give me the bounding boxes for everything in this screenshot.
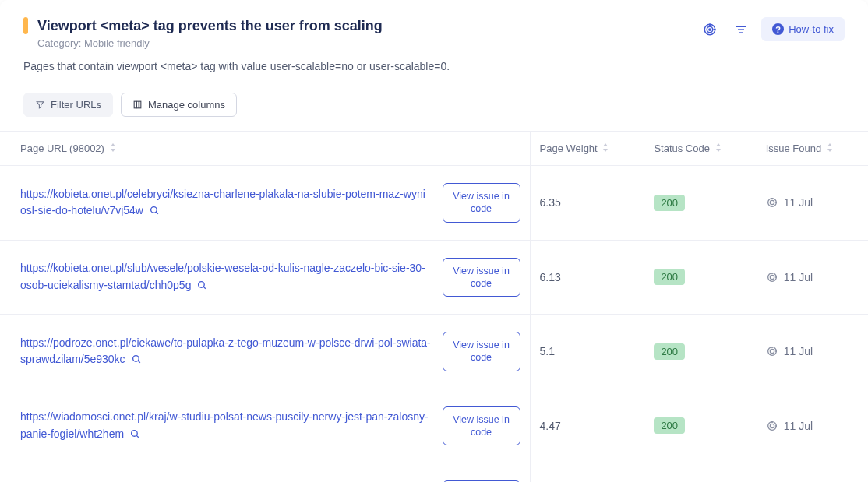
svg-point-18 xyxy=(132,430,138,436)
results-table: Page URL (98002) Page Weight Status Code xyxy=(0,131,868,482)
svg-point-10 xyxy=(767,199,776,207)
table-row: https://wiadomosci.onet.pl/swiat/miedwie… xyxy=(0,463,868,483)
page-url-link[interactable]: https://podroze.onet.pl/ciekawe/to-pulap… xyxy=(20,335,432,368)
svg-point-14 xyxy=(770,275,774,279)
sort-button[interactable] xyxy=(730,19,752,40)
issue-found-cell: 11 Jul xyxy=(757,166,868,241)
page-weight-cell: 6.13 xyxy=(530,240,644,315)
svg-point-16 xyxy=(767,347,776,356)
status-code-cell: 200 xyxy=(644,463,756,483)
table-row: https://kobieta.onet.pl/celebryci/ksiezn… xyxy=(0,166,868,241)
svg-rect-6 xyxy=(134,101,136,108)
svg-rect-8 xyxy=(139,101,141,108)
magnify-icon[interactable] xyxy=(130,429,140,439)
filter-urls-button[interactable]: Filter URLs xyxy=(23,93,113,117)
table-row: https://kobieta.onet.pl/slub/wesele/pols… xyxy=(0,240,868,315)
crawl-icon xyxy=(766,271,778,283)
toolbar: Filter URLs Manage columns xyxy=(0,83,868,131)
table-row: https://podroze.onet.pl/ciekawe/to-pulap… xyxy=(0,315,868,389)
view-issue-button[interactable]: View issue in code xyxy=(443,183,520,223)
page-weight-cell: 6.35 xyxy=(530,166,644,241)
panel-header: Viewport <meta> tag prevents the user fr… xyxy=(0,0,868,83)
crawl-icon xyxy=(766,196,778,209)
svg-point-13 xyxy=(767,273,776,281)
issue-found-cell: 11 Jul xyxy=(757,315,868,389)
page-weight-cell: 4.47 xyxy=(530,389,644,463)
issue-found-cell: 11 Jul xyxy=(757,463,868,483)
svg-rect-4 xyxy=(738,29,744,30)
status-badge: 200 xyxy=(654,269,685,285)
col-header-weight[interactable]: Page Weight xyxy=(530,132,644,166)
svg-point-15 xyxy=(132,356,139,362)
svg-point-20 xyxy=(770,424,774,427)
svg-rect-7 xyxy=(136,101,139,108)
issue-found-cell: 11 Jul xyxy=(757,240,868,315)
issue-description: Pages that contain viewport <meta> tag w… xyxy=(23,60,845,72)
status-code-cell: 200 xyxy=(644,240,756,315)
svg-point-12 xyxy=(199,281,205,287)
manage-label: Manage columns xyxy=(148,99,225,111)
filter-icon xyxy=(35,100,45,110)
page-title: Viewport <meta> tag prevents the user fr… xyxy=(37,18,383,34)
status-badge: 200 xyxy=(654,195,685,211)
filter-label: Filter URLs xyxy=(51,99,101,111)
magnify-icon[interactable] xyxy=(150,206,160,216)
svg-rect-5 xyxy=(739,32,743,33)
table-header-row: Page URL (98002) Page Weight Status Code xyxy=(0,132,868,166)
howto-fix-button[interactable]: ? How-to fix xyxy=(761,17,845,41)
page-url-link[interactable]: https://kobieta.onet.pl/celebryci/ksiezn… xyxy=(20,186,432,220)
status-code-cell: 200 xyxy=(644,389,756,463)
status-code-cell: 200 xyxy=(644,315,756,389)
view-issue-button[interactable]: View issue in code xyxy=(443,406,520,446)
howto-label: How-to fix xyxy=(789,23,834,35)
page-weight-cell: 5.1 xyxy=(530,315,644,389)
sort-caret-icon xyxy=(602,143,609,153)
svg-point-17 xyxy=(770,350,774,354)
sort-icon xyxy=(735,23,747,36)
col-header-url[interactable]: Page URL (98002) xyxy=(0,132,530,166)
crawl-icon xyxy=(766,420,778,432)
col-header-issue[interactable]: Issue Found xyxy=(757,132,868,166)
target-button[interactable] xyxy=(699,19,721,40)
status-badge: 200 xyxy=(654,417,685,434)
sort-caret-icon xyxy=(715,143,722,153)
crawl-icon xyxy=(766,345,778,357)
target-icon xyxy=(703,23,717,37)
view-issue-button[interactable]: View issue in code xyxy=(443,258,520,297)
manage-columns-button[interactable]: Manage columns xyxy=(121,93,237,117)
svg-point-9 xyxy=(150,207,157,213)
page-url-link[interactable]: https://wiadomosci.onet.pl/kraj/w-studiu… xyxy=(20,409,432,442)
sort-caret-icon xyxy=(827,143,833,153)
table-row: https://wiadomosci.onet.pl/kraj/w-studiu… xyxy=(0,389,868,463)
page-weight-cell: 4.41 xyxy=(530,463,644,483)
issue-found-cell: 11 Jul xyxy=(757,389,868,463)
col-header-status[interactable]: Status Code xyxy=(644,132,756,166)
view-issue-button[interactable]: View issue in code xyxy=(443,332,520,371)
issue-panel: Viewport <meta> tag prevents the user fr… xyxy=(0,0,868,482)
svg-point-2 xyxy=(709,28,711,30)
svg-point-11 xyxy=(770,201,774,205)
svg-rect-3 xyxy=(736,26,746,27)
sort-caret-icon xyxy=(110,143,116,153)
category-label: Category: Mobile friendly xyxy=(37,37,383,49)
magnify-icon[interactable] xyxy=(132,354,142,364)
svg-point-19 xyxy=(767,421,776,430)
status-badge: 200 xyxy=(654,343,685,360)
page-url-link[interactable]: https://kobieta.onet.pl/slub/wesele/pols… xyxy=(20,260,432,294)
question-icon: ? xyxy=(772,23,784,35)
magnify-icon[interactable] xyxy=(197,280,207,290)
columns-icon xyxy=(132,100,143,110)
severity-bar xyxy=(23,17,28,34)
status-code-cell: 200 xyxy=(644,166,756,241)
